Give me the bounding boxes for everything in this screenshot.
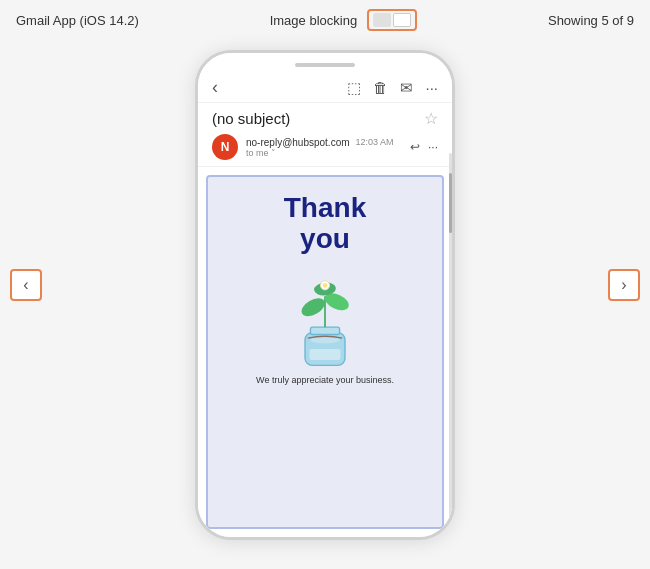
more-options-icon[interactable]: ···	[425, 79, 438, 96]
toggle-right[interactable]	[393, 13, 411, 27]
scrollbar-thumb[interactable]	[449, 173, 452, 233]
svg-point-5	[299, 294, 328, 319]
mail-icon[interactable]: ✉	[400, 79, 413, 97]
phone-mockup: ‹ ⬚ 🗑 ✉ ··· (no subject) ☆ N no-reply@hu…	[195, 50, 455, 540]
sender-name: no-reply@hubspot.com	[246, 137, 350, 148]
image-blocking-control: Image blocking	[270, 9, 417, 31]
showing-count: Showing 5 of 9	[548, 13, 634, 28]
image-blocking-label: Image blocking	[270, 13, 357, 28]
left-arrow-icon: ‹	[23, 276, 28, 294]
reply-icon[interactable]: ↩	[410, 140, 420, 154]
header: Gmail App (iOS 14.2) Image blocking Show…	[0, 0, 650, 40]
sender-more-icon[interactable]: ···	[428, 140, 438, 154]
toolbar-action-icons: ⬚ 🗑 ✉ ···	[347, 79, 438, 97]
next-button[interactable]: ›	[608, 269, 640, 301]
notch-indicator	[295, 63, 355, 67]
appreciation-text: We truly appreciate your business.	[218, 369, 432, 391]
recipient-label: to me ˅	[246, 148, 402, 158]
phone-screen: ‹ ⬚ 🗑 ✉ ··· (no subject) ☆ N no-reply@hu…	[195, 50, 455, 540]
phone-top-bar	[198, 53, 452, 73]
toggle-left[interactable]	[373, 13, 391, 27]
email-content-area: Thank you	[206, 175, 444, 529]
email-subject: (no subject)	[212, 110, 290, 127]
previous-button[interactable]: ‹	[10, 269, 42, 301]
sender-actions: ↩ ···	[410, 140, 438, 154]
svg-rect-2	[310, 349, 341, 360]
back-button[interactable]: ‹	[212, 77, 218, 98]
delete-icon[interactable]: 🗑	[373, 79, 388, 96]
svg-point-9	[323, 283, 328, 288]
archive-icon[interactable]: ⬚	[347, 79, 361, 97]
plant-illustration	[285, 269, 365, 369]
email-subject-row: (no subject) ☆	[198, 103, 452, 130]
sender-avatar: N	[212, 134, 238, 160]
image-blocking-toggle[interactable]	[367, 9, 417, 31]
right-arrow-icon: ›	[621, 276, 626, 294]
star-icon[interactable]: ☆	[424, 109, 438, 128]
sender-row: N no-reply@hubspot.com 12:03 AM to me ˅ …	[198, 130, 452, 167]
email-body: Thank you	[198, 167, 452, 537]
sender-time: 12:03 AM	[356, 137, 394, 147]
sender-name-row: no-reply@hubspot.com 12:03 AM	[246, 137, 402, 148]
sender-info: no-reply@hubspot.com 12:03 AM to me ˅	[246, 137, 402, 158]
plant-svg	[280, 269, 370, 369]
thank-you-heading: Thank you	[284, 193, 366, 255]
scrollbar-track[interactable]	[449, 153, 452, 517]
email-toolbar: ‹ ⬚ 🗑 ✉ ···	[198, 73, 452, 103]
app-title: Gmail App (iOS 14.2)	[16, 13, 139, 28]
svg-rect-1	[310, 327, 339, 334]
